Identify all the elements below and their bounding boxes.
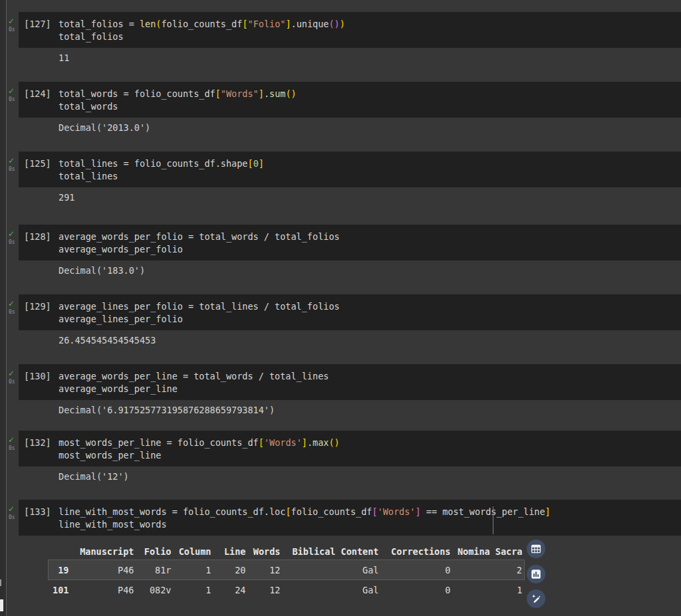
notebook-cell: ✓0s[125]total_lines = folio_counts_df.sh… [8, 152, 681, 220]
table-cell: 24 [213, 580, 248, 600]
column-header: Words [248, 544, 283, 560]
suggest-charts-button[interactable] [527, 565, 545, 583]
cell-output-text: 26.454545454545453 [59, 335, 156, 346]
execution-count: [133] [24, 506, 51, 518]
cell-output-text: Decimal('6.917525773195876288659793814') [59, 405, 275, 415]
notebook-cell: ✓0s[132]most_words_per_line = folio_coun… [8, 431, 681, 499]
code-editor[interactable]: [132]most_words_per_line = folio_counts_… [19, 431, 681, 466]
generate-code-button[interactable] [527, 589, 545, 608]
code-text: average_words_per_line = total_words / t… [59, 370, 678, 395]
execution-count: [124] [24, 88, 51, 100]
column-header: Nomina Sacra [453, 544, 525, 560]
table-cell: P46 [71, 560, 136, 580]
code-editor[interactable]: [133]line_with_most_words = folio_counts… [19, 500, 681, 536]
cell-output-text: 291 [59, 192, 74, 203]
table-header-row: ManuscriptFolioColumnLineWordsBiblical C… [49, 544, 525, 560]
table-cell: 082v [136, 580, 174, 600]
execution-count: [129] [24, 300, 51, 313]
code-editor[interactable]: [130]average_words_per_line = total_word… [19, 364, 681, 400]
table-cell: 12 [248, 560, 283, 580]
index-column-header [49, 544, 71, 560]
table-row: 101P46082v12412Gal01 [49, 580, 525, 600]
cell-exec-time: 0s [9, 97, 15, 102]
cell-success-check-icon: ✓ [8, 436, 15, 444]
code-text: average_lines_per_folio = total_lines / … [59, 300, 678, 326]
column-header: Column [174, 544, 213, 560]
cell-output-text: 11 [59, 52, 69, 63]
table-cell: 1 [174, 580, 213, 600]
execution-count: [125] [24, 157, 51, 170]
cell-exec-time: 0s [9, 310, 15, 315]
cell-exec-time: 0s [9, 27, 15, 33]
column-header: Folio [136, 544, 174, 560]
cell-output-text: Decimal('2013.0') [59, 122, 150, 133]
column-header: Corrections [381, 544, 453, 560]
table-cell: 2 [453, 560, 525, 580]
column-header: Manuscript [71, 544, 136, 560]
execution-count: [128] [24, 231, 51, 243]
table-cell: Gal [283, 580, 381, 600]
code-editor[interactable]: [125]total_lines = folio_counts_df.shape… [19, 152, 681, 187]
column-header: Line [213, 544, 248, 560]
execution-count: [132] [24, 437, 51, 449]
cell-success-check-icon: ✓ [8, 505, 15, 513]
dataframe-output: ManuscriptFolioColumnLineWordsBiblical C… [48, 544, 525, 599]
table-row: 19P4681r12012Gal02 [49, 560, 525, 580]
cell-success-check-icon: ✓ [8, 369, 15, 377]
cell-output-text: Decimal('183.0') [59, 265, 145, 276]
table-cell: Gal [283, 560, 381, 580]
cell-exec-time: 0s [9, 446, 15, 451]
code-text: line_with_most_words = folio_counts_df.l… [59, 506, 678, 531]
table-cell: 20 [213, 560, 248, 580]
code-editor[interactable]: [124]total_words = folio_counts_df["Word… [19, 82, 681, 118]
notebook-cell: ✓0s[133]line_with_most_words = folio_cou… [8, 500, 681, 616]
notebook-cell: ✓0s[127]total_folios = len(folio_counts_… [8, 12, 681, 80]
table-grid-icon [531, 544, 541, 554]
cell-success-check-icon: ✓ [8, 17, 15, 25]
notebook-cell: ✓0s[124]total_words = folio_counts_df["W… [8, 82, 681, 150]
pane-resize-handle[interactable] [6, 0, 7, 616]
code-text: total_folios = len(folio_counts_df["Foli… [59, 18, 678, 43]
interactive-table-button[interactable] [527, 540, 545, 558]
cell-exec-time: 0s [9, 379, 15, 385]
cell-success-check-icon: ✓ [8, 230, 15, 238]
text-cursor [493, 506, 493, 534]
cell-exec-time: 0s [9, 240, 15, 245]
column-header: Biblical Content [283, 544, 381, 560]
cell-success-check-icon: ✓ [8, 300, 15, 308]
cell-exec-time: 0s [9, 515, 15, 520]
code-text: most_words_per_line = folio_counts_df['W… [59, 437, 678, 462]
cell-success-check-icon: ✓ [8, 87, 15, 95]
code-text: total_words = folio_counts_df["Words"].s… [59, 88, 678, 113]
magic-pencil-icon [531, 593, 541, 604]
cell-output-text: Decimal('12') [59, 471, 129, 482]
row-index: 101 [49, 580, 71, 600]
rail-scroll-mark [0, 579, 1, 586]
table-cell: 12 [248, 580, 283, 600]
table-cell: 0 [381, 580, 453, 600]
execution-count: [130] [24, 370, 51, 383]
code-text: average_words_per_folio = total_words / … [59, 231, 678, 256]
notebook-cell: ✓0s[128]average_words_per_folio = total_… [8, 225, 681, 293]
code-text: total_lines = folio_counts_df.shape[0]to… [59, 157, 678, 183]
table-cell: P46 [71, 580, 136, 600]
execution-count: [127] [24, 18, 51, 31]
code-editor[interactable]: [129]average_lines_per_folio = total_lin… [19, 294, 681, 330]
notebook-cell: ✓0s[130]average_words_per_line = total_w… [8, 364, 681, 433]
rail-scroll-indicator [0, 599, 3, 611]
dataframe-table: ManuscriptFolioColumnLineWordsBiblical C… [48, 544, 525, 599]
bar-chart-icon [531, 569, 541, 579]
code-editor[interactable]: [127]total_folios = len(folio_counts_df[… [19, 12, 681, 48]
table-cell: 81r [136, 560, 174, 580]
table-cell: 1 [174, 560, 213, 580]
table-cell: 1 [453, 580, 525, 600]
code-editor[interactable]: [128]average_words_per_folio = total_wor… [19, 225, 681, 260]
notebook-cell: ✓0s[129]average_lines_per_folio = total_… [8, 294, 681, 363]
cell-exec-time: 0s [9, 167, 15, 172]
row-index: 19 [49, 560, 71, 580]
cell-success-check-icon: ✓ [8, 157, 15, 165]
collapsed-sidebar-rail [0, 0, 6, 616]
table-cell: 0 [381, 560, 453, 580]
